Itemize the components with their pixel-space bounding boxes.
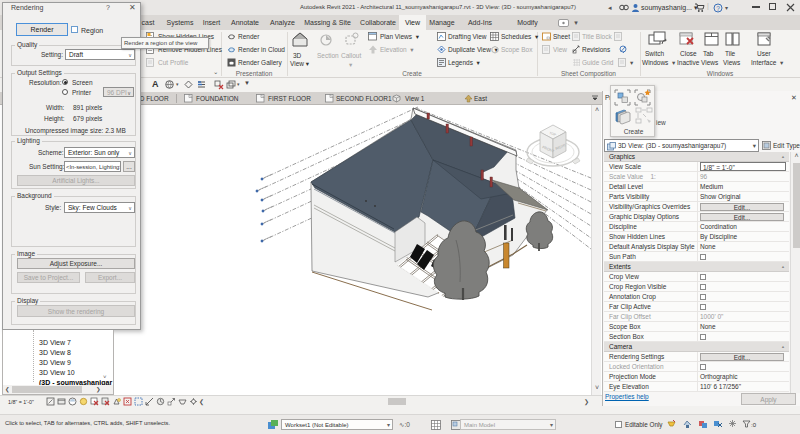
- svg-text:?: ?: [716, 4, 720, 11]
